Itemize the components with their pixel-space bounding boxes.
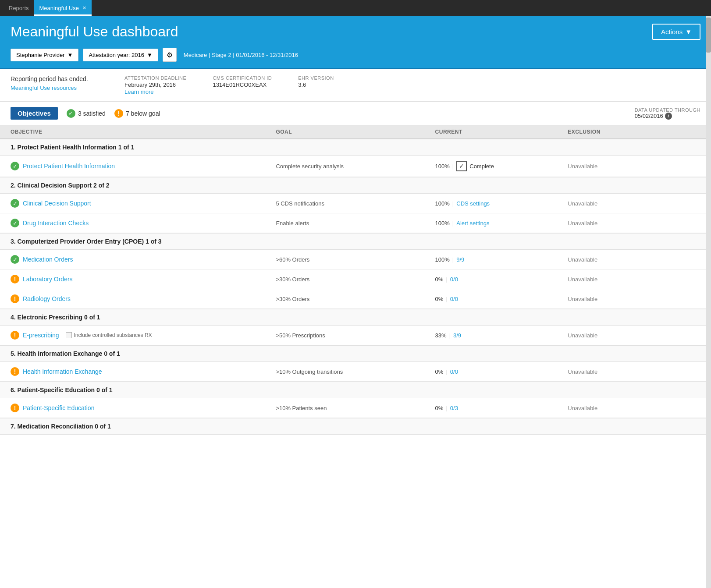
section-1-header: 1. Protect Patient Health Information 1 … (0, 139, 711, 156)
medication-orders-link[interactable]: 9/9 (456, 256, 464, 263)
col-goal: GOAL (276, 129, 435, 135)
section-2-header: 2. Clinical Decision Support 2 of 2 (0, 177, 711, 194)
objective-link-cds[interactable]: Clinical Decision Support (23, 200, 91, 207)
exclusion-cell: Unavailable (568, 256, 700, 263)
reporting-col: Reporting period has ended. Meaningful U… (11, 75, 98, 95)
complete-checkbox-icon: ✓ (456, 161, 467, 171)
current-cell: 0% | 0/0 (435, 276, 568, 283)
cds-settings-link[interactable]: CDS settings (456, 200, 490, 207)
info-icon[interactable]: i (665, 113, 672, 120)
tab-meaningful-use-label: Meaningful Use (39, 5, 79, 11)
hie-link[interactable]: 0/0 (450, 368, 458, 375)
table-row: ! Radiology Orders >30% Orders 0% | 0/0 … (0, 289, 711, 309)
radiology-orders-link[interactable]: 0/0 (450, 296, 458, 302)
obj-cell: ✓ Protect Patient Health Information (11, 162, 276, 170)
check-circle-icon: ✓ (11, 255, 19, 264)
provider-chevron-icon: ▼ (68, 52, 73, 58)
obj-cell: ! Health Information Exchange (11, 367, 276, 376)
resources-link[interactable]: Meaningful Use resources (11, 85, 77, 91)
cms-value: 1314E01RCO0XEAX (213, 81, 272, 88)
current-cell: 0% | 0/0 (435, 368, 568, 375)
obj-cell: ✓ Drug Interaction Checks (11, 219, 276, 227)
controlled-substances-checkbox[interactable] (66, 332, 72, 338)
scrollbar[interactable] (706, 16, 711, 588)
table-row: ! Laboratory Orders >30% Orders 0% | 0/0… (0, 269, 711, 289)
patient-education-link[interactable]: 0/3 (450, 405, 458, 411)
objective-link-drug-interaction[interactable]: Drug Interaction Checks (23, 220, 89, 227)
ehr-label: EHR VERSION (298, 75, 334, 81)
attestation-chevron-icon: ▼ (147, 52, 153, 58)
checkbox-label: Include controlled substances RX (74, 332, 152, 338)
page-title: Meaningful Use dashboard (11, 24, 178, 40)
gear-button[interactable]: ⚙ (163, 48, 177, 62)
objective-link-eprescribing[interactable]: E-prescribing (23, 332, 59, 339)
data-updated-value: 05/02/2016 (635, 113, 663, 119)
current-cell: 0% | 0/3 (435, 405, 568, 411)
table-row: ✓ Medication Orders >60% Orders 100% | 9… (0, 250, 711, 269)
objective-link-radiology[interactable]: Radiology Orders (23, 295, 71, 302)
exclusion-cell: Unavailable (568, 200, 700, 207)
scrollbar-thumb[interactable] (706, 18, 711, 53)
obj-cell: ! Patient-Specific Education (11, 404, 276, 412)
goal-cell: >10% Patients seen (276, 405, 435, 411)
attestation-label: ATTESTATION DEADLINE (124, 75, 186, 81)
objective-link-laboratory[interactable]: Laboratory Orders (23, 276, 73, 283)
goal-cell: >30% Orders (276, 296, 435, 302)
warn-circle-icon: ! (11, 331, 19, 340)
col-exclusion: EXCLUSION (568, 129, 700, 135)
controls-row: Stephanie Provider ▼ Attestation year: 2… (0, 48, 711, 69)
obj-cell: ✓ Medication Orders (11, 255, 276, 264)
reporting-text: Reporting period has ended. (11, 75, 98, 82)
tab-reports-label: Reports (9, 5, 29, 11)
laboratory-orders-link[interactable]: 0/0 (450, 276, 458, 283)
provider-dropdown[interactable]: Stephanie Provider ▼ (11, 49, 78, 61)
exclusion-cell: Unavailable (568, 405, 700, 411)
table-row: ✓ Protect Patient Health Information Com… (0, 156, 711, 177)
section-4-header: 4. Electronic Prescribing 0 of 1 (0, 309, 711, 326)
current-pct: 0% (435, 405, 444, 411)
current-cell: 100% | 9/9 (435, 256, 568, 263)
learn-more-link[interactable]: Learn more (124, 89, 153, 95)
attestation-dropdown[interactable]: Attestation year: 2016 ▼ (83, 49, 158, 61)
chevron-down-icon: ▼ (685, 28, 692, 35)
check-circle-icon: ✓ (11, 162, 19, 170)
objective-link-phinfo[interactable]: Protect Patient Health Information (23, 163, 115, 170)
current-pct: 100% (435, 200, 450, 207)
plan-info: Medicare | Stage 2 | 01/01/2016 - 12/31/… (184, 52, 298, 58)
objective-link-hie[interactable]: Health Information Exchange (23, 368, 102, 375)
table-header: OBJECTIVE GOAL CURRENT EXCLUSION (0, 125, 711, 139)
info-bar: Reporting period has ended. Meaningful U… (0, 69, 711, 102)
close-tab-icon[interactable]: ✕ (82, 5, 86, 11)
current-pct: 100% (435, 220, 450, 227)
attestation-label: Attestation year: 2016 (89, 52, 144, 58)
exclusion-cell: Unavailable (568, 296, 700, 302)
exclusion-cell: Unavailable (568, 220, 700, 227)
goal-cell: Complete security analysis (276, 163, 435, 170)
data-updated-label: DATA UPDATED THROUGH (635, 107, 700, 113)
below-goal-count: 7 below goal (126, 110, 160, 117)
col-current: CURRENT (435, 129, 568, 135)
tab-meaningful-use[interactable]: Meaningful Use ✕ (34, 0, 92, 16)
actions-button[interactable]: Actions ▼ (652, 24, 700, 40)
objectives-bar: Objectives ✓ 3 satisfied ! 7 below goal … (0, 102, 711, 125)
attestation-col: ATTESTATION DEADLINE February 29th, 2016… (124, 75, 186, 95)
tab-bar: Reports Meaningful Use ✕ (0, 0, 711, 16)
ehr-value: 3.6 (298, 81, 334, 88)
warn-circle-icon: ! (11, 275, 19, 283)
current-pct: 0% (435, 296, 444, 302)
cms-label: CMS CERTIFICATION ID (213, 75, 272, 81)
provider-label: Stephanie Provider (16, 52, 65, 58)
current-pct: 100% (435, 256, 450, 263)
tab-reports[interactable]: Reports (4, 0, 34, 16)
objective-link-medication[interactable]: Medication Orders (23, 256, 73, 263)
gear-icon: ⚙ (167, 51, 173, 59)
exclusion-cell: Unavailable (568, 368, 700, 375)
objectives-table: OBJECTIVE GOAL CURRENT EXCLUSION 1. Prot… (0, 125, 711, 435)
objective-link-patient-education[interactable]: Patient-Specific Education (23, 404, 94, 411)
goal-cell: >60% Orders (276, 256, 435, 263)
warn-circle-below-goal: ! (114, 109, 123, 118)
current-cell: 100% | CDS settings (435, 200, 568, 207)
cms-col: CMS CERTIFICATION ID 1314E01RCO0XEAX (213, 75, 272, 95)
alert-settings-link[interactable]: Alert settings (456, 220, 489, 227)
eprescribing-link[interactable]: 3/9 (453, 332, 461, 339)
